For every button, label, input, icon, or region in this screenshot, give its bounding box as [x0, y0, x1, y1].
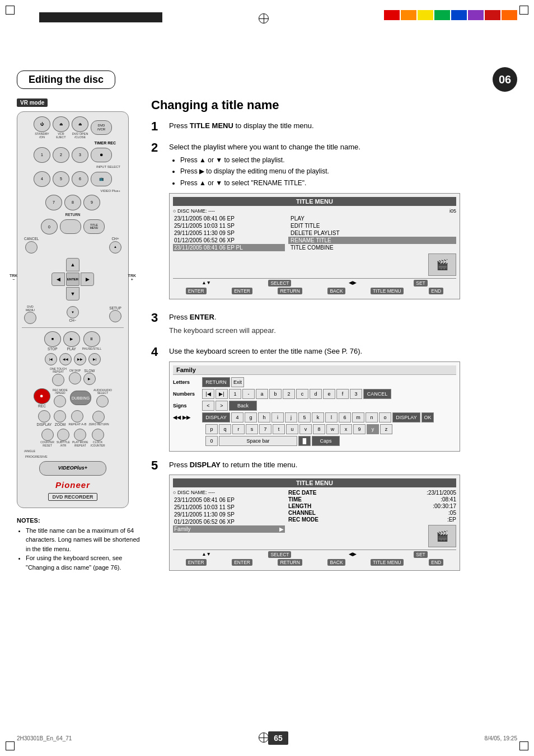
kb-display-2[interactable]: DISPLAY	[392, 412, 420, 422]
standby-button[interactable]: ⏻	[34, 116, 50, 132]
kb-7[interactable]: 7	[259, 424, 271, 434]
btn-3[interactable]: 3	[72, 147, 88, 163]
kb-caps[interactable]: Caps	[312, 436, 340, 446]
display-button[interactable]	[38, 410, 50, 422]
cancel-button[interactable]	[25, 241, 38, 253]
dvd-menu-button[interactable]	[24, 312, 36, 324]
dubbing-button[interactable]: DUBBING	[70, 391, 91, 405]
btn-6[interactable]: 6	[72, 171, 88, 187]
entry2-4[interactable]: 01/12/2005 06:52 06 XP	[173, 518, 285, 525]
entry-5[interactable]: 23/11/2005 08:41 06 EP PL	[173, 244, 285, 251]
dpad-down[interactable]: ▼	[66, 287, 79, 300]
kb-t[interactable]: t	[273, 424, 285, 434]
kb-s[interactable]: s	[246, 424, 258, 434]
kb-nav-next[interactable]: ▶|	[216, 389, 228, 399]
kb-g[interactable]: g	[245, 412, 257, 422]
kb-4[interactable]: 4	[231, 412, 243, 422]
subtitle-button[interactable]	[57, 429, 69, 441]
kb-w[interactable]: w	[326, 424, 339, 434]
title-menu-button[interactable]: TITLEMENU	[83, 219, 105, 234]
kb-2[interactable]: 2	[283, 389, 295, 399]
kb-lt[interactable]: <	[202, 401, 214, 411]
dpad-up[interactable]: ▲	[66, 258, 79, 271]
btn-0[interactable]: 0	[41, 219, 58, 234]
dvd-open-button[interactable]: ⏏	[72, 116, 88, 132]
btn-video-plus[interactable]: 📺	[91, 172, 112, 186]
menu-rename[interactable]: RENAME TITLE	[288, 237, 456, 244]
skip-plus-button[interactable]: ▶|	[88, 353, 101, 365]
entry-3[interactable]: 29/11/2005 11:30 09 SP	[173, 229, 285, 237]
kb-nav-prev[interactable]: |◀	[202, 389, 214, 399]
kb-r[interactable]: r	[232, 424, 245, 434]
kb-x[interactable]: x	[340, 424, 352, 434]
rec-button[interactable]: ⏺	[34, 388, 50, 404]
kb-h[interactable]: h	[258, 412, 270, 422]
progressive-button[interactable]: VIDEOPlus+	[39, 461, 106, 476]
kb-gt[interactable]: >	[216, 401, 228, 411]
btn-2[interactable]: 2	[53, 147, 69, 163]
kb-b[interactable]: b	[269, 389, 282, 399]
kb-n[interactable]: n	[366, 412, 378, 422]
repeat-ab-button[interactable]	[71, 410, 83, 422]
kb-z[interactable]: z	[380, 424, 392, 434]
kb-e[interactable]: e	[323, 389, 335, 399]
ch-plus-button[interactable]: ▲	[109, 241, 121, 253]
stop-button[interactable]: ■	[44, 331, 61, 347]
kb-0[interactable]: 0	[205, 436, 218, 446]
kb-back[interactable]: Back	[229, 401, 257, 411]
slow-button[interactable]: ▶	[83, 373, 96, 385]
kb-8[interactable]: 8	[313, 424, 325, 434]
btn-timer[interactable]: ⏺	[91, 148, 112, 162]
entry-2[interactable]: 25/11/2005 10:03 11 SP	[173, 222, 285, 229]
audio-button[interactable]	[96, 395, 109, 407]
kb-c[interactable]: c	[296, 389, 308, 399]
search-rew-button[interactable]: ◀◀	[59, 353, 72, 365]
cm-skip-button[interactable]	[69, 372, 81, 384]
kb-q[interactable]: q	[219, 424, 231, 434]
kb-cancel[interactable]: CANCEL	[363, 389, 391, 399]
kb-l[interactable]: l	[325, 412, 338, 422]
menu-delete[interactable]: DELETE PLAYLIST	[288, 229, 456, 237]
zoom-button[interactable]	[54, 410, 66, 422]
kb-return-btn[interactable]: RETURN	[202, 377, 230, 387]
play-mode-button[interactable]	[74, 429, 86, 441]
kb-a[interactable]: a	[256, 389, 268, 399]
menu-edit[interactable]: EDIT TITLE	[288, 222, 456, 229]
dpad-center-enter[interactable]: ENTER	[66, 273, 79, 286]
rec-mode-button[interactable]	[54, 395, 66, 407]
dpad-right[interactable]: ▶	[81, 273, 94, 286]
kb-spacebar[interactable]: Space bar	[219, 436, 297, 446]
kb-1[interactable]: 1	[229, 389, 241, 399]
clock-button[interactable]	[92, 429, 104, 441]
entry2-3[interactable]: 29/11/2005 11:30 09 SP	[173, 511, 285, 518]
btn-8[interactable]: 8	[64, 195, 81, 210]
play-button[interactable]: ▶	[63, 331, 80, 347]
kb-o[interactable]: o	[379, 412, 391, 422]
kb-5[interactable]: 5	[298, 412, 311, 422]
ch-minus-button[interactable]: ▼	[67, 306, 79, 318]
counter-reset-button[interactable]	[41, 429, 54, 441]
btn-4[interactable]: 4	[34, 171, 50, 187]
entry2-1[interactable]: 23/11/2005 08:41 06 EP	[173, 496, 285, 504]
entry2-5[interactable]: Family ▶	[173, 525, 285, 533]
kb-ok[interactable]: OK	[421, 412, 434, 422]
vcr-eject-button[interactable]: ⏏	[53, 116, 69, 132]
ff-button[interactable]: ▶▶	[74, 353, 86, 365]
return-button[interactable]	[60, 219, 81, 234]
kb-exit-btn[interactable]: Exit	[231, 377, 244, 387]
btn-7[interactable]: 7	[45, 195, 62, 210]
kb-y[interactable]: y	[367, 424, 379, 434]
zero-return-button[interactable]	[92, 411, 105, 423]
kb-k[interactable]: k	[312, 412, 324, 422]
kb-i[interactable]: i	[271, 412, 284, 422]
setup-button[interactable]	[109, 310, 121, 322]
kb-9[interactable]: 9	[353, 424, 366, 434]
entry2-2[interactable]: 25/11/2005 10:03 11 SP	[173, 504, 285, 511]
entry-4[interactable]: 01/12/2005 06:52 06 XP	[173, 237, 285, 244]
pause-still-button[interactable]: ⏸	[83, 331, 100, 347]
btn-9[interactable]: 9	[83, 195, 100, 210]
kb-dash[interactable]: -	[242, 389, 255, 399]
one-touch-button[interactable]	[52, 374, 64, 386]
skip-minus-button[interactable]: |◀	[45, 353, 57, 365]
menu-combine[interactable]: TITLE COMBINE	[288, 244, 456, 251]
